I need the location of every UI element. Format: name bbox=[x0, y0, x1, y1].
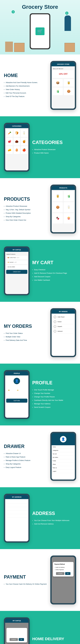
feature-item: Cashback Directly Add Into Your Wallet bbox=[32, 398, 76, 402]
category-card: 🥩 bbox=[6, 138, 13, 146]
feature-item: Attractive Product Showcase bbox=[4, 204, 48, 208]
feature-item: Change Your Profile Picture bbox=[32, 395, 76, 398]
profile-section: PROFILE One Touch Profile Manage Change … bbox=[0, 364, 80, 426]
feature-item: Veg. & Non. Veg. Default Symbol bbox=[4, 208, 48, 211]
feature-item: Edit Your Personal Account. bbox=[4, 91, 48, 95]
feature-item: View Order History. bbox=[4, 88, 48, 91]
feature-list: Easy Checkout Add Or Remove Product On C… bbox=[32, 268, 76, 282]
drawer-item: Logout bbox=[52, 470, 75, 473]
status-label: Dispatch bbox=[57, 326, 62, 327]
checkout-button: CHECK OUT bbox=[6, 270, 27, 274]
order-status-row: ✓Order Placed bbox=[53, 315, 74, 320]
check-icon: ✓ bbox=[54, 320, 56, 323]
delivery-option: ○ Home Delivery bbox=[8, 632, 26, 634]
address-field: Phone bbox=[6, 504, 27, 507]
phone-mockup: MY ADDRESS Name Phone Address City State bbox=[4, 494, 30, 543]
phone-mockup: PROFILE 👤 Rajesh Lakkoju 💳 My Wallet $50… bbox=[4, 370, 30, 419]
category-card: 🍯 bbox=[21, 138, 27, 146]
cart-item: 🍪 Cookie Pack — 1 + bbox=[6, 256, 27, 260]
section-title: HOME bbox=[4, 73, 48, 78]
section-title: CATEGORIES bbox=[32, 140, 76, 145]
hero-title: Grocery Store bbox=[3, 4, 77, 10]
feature-item: Rate & Share App Feature bbox=[4, 455, 48, 459]
category-card: 🍎 bbox=[21, 146, 27, 154]
feature-item: Easy Logout Feature bbox=[4, 466, 48, 469]
category-card: 🥚 bbox=[14, 146, 20, 154]
order-status-row: ✓Packed bbox=[53, 320, 74, 324]
drawer-item: Profile bbox=[52, 459, 75, 463]
address-field: Name bbox=[6, 500, 27, 504]
wallet-icon: 💳 bbox=[8, 390, 13, 391]
bag-illustration bbox=[5, 42, 13, 52]
address-field: Address bbox=[6, 507, 27, 510]
feature-item: One Click Order Check Out bbox=[4, 218, 48, 222]
delivery-option: ○ Take Away bbox=[8, 634, 26, 637]
category-card: 🥛 bbox=[21, 129, 27, 137]
dollar-icon: $ bbox=[12, 10, 15, 14]
app-header: MY ADDRESS bbox=[5, 495, 28, 499]
feature-item: Deal Of The Day Feature. bbox=[4, 95, 48, 98]
order-status-row: ○Delivered bbox=[53, 329, 74, 334]
feature-item: Find Your Order Status bbox=[4, 332, 48, 335]
cart-icon bbox=[35, 28, 45, 35]
drawer-item: My Cart bbox=[52, 452, 75, 456]
feature-item: Attractive Drawer UI bbox=[4, 452, 48, 455]
orders-section: MY ORDERS Find Your Order Status Multipl… bbox=[0, 302, 80, 364]
feature-item: Add And Remove Address bbox=[32, 522, 76, 526]
feature-item: Manage Profile & Orders Feature bbox=[4, 459, 48, 462]
app-header: CATEGORIES bbox=[5, 124, 28, 128]
wallet-toggle: Use My Wallet bbox=[6, 265, 27, 269]
drawer-item: Home bbox=[52, 445, 75, 449]
payment-modal: Payment Method ○ Cash On Delivery ○ Onli… bbox=[53, 562, 73, 576]
feature-item: You Can Choose Cash On Delivery Or Onlin… bbox=[4, 582, 48, 586]
feature-list: Attractive And User-Friendly Home Screen… bbox=[4, 81, 48, 98]
section-title: HOME DELIVERY bbox=[32, 637, 76, 641]
payment-option: ○ Online Payment bbox=[54, 568, 72, 571]
modal-title: Select Delivery Option bbox=[8, 630, 26, 631]
address-field: City bbox=[6, 510, 27, 514]
section-title: PRODUCTS bbox=[4, 196, 48, 202]
app-header: PRODUCTS bbox=[52, 186, 75, 190]
avatar: 👤 bbox=[14, 378, 20, 384]
section-title: DRAWER bbox=[4, 444, 48, 449]
circle-icon: ○ bbox=[54, 330, 56, 332]
feature-item: Multiple Order View bbox=[4, 335, 48, 338]
section-title: MY ORDERS bbox=[4, 324, 48, 329]
deal-label: DEAL OF THE DAY bbox=[53, 67, 74, 70]
coupon-label: Scratch Coupon bbox=[17, 391, 25, 392]
product-card: 🍪 bbox=[53, 202, 63, 212]
phone-mockup: PRODUCTS 🥫 🧃 🍪 🥛 🍫 🍿 bbox=[50, 184, 76, 234]
address-section: ADDRESS You Can Choose From Your Multipl… bbox=[0, 487, 80, 549]
profile-name: Rajesh Lakkoju bbox=[6, 386, 27, 387]
cart-section: MY CART Easy Checkout Add Or Remove Prod… bbox=[0, 240, 80, 302]
app-header: GROCERY STORE bbox=[52, 62, 75, 66]
feature-list: You Can Choose Cash On Delivery Or Onlin… bbox=[4, 582, 48, 586]
feature-item: You Can Choose From Your Multiple Addres… bbox=[32, 519, 76, 522]
delivery-section: HOME DELIVERY You Can Choose Home Delive… bbox=[0, 611, 80, 644]
cart-item: 🥫 Canned — 1 + bbox=[6, 260, 27, 264]
drawer-item: Share bbox=[52, 463, 75, 466]
wallet-label: My Wallet bbox=[8, 391, 13, 392]
ok-button: OK bbox=[65, 572, 70, 575]
feature-list: You Can Choose From Your Multiple Addres… bbox=[32, 519, 76, 526]
category-card: 🍞 bbox=[14, 129, 20, 137]
section-title: MY CART bbox=[32, 260, 76, 265]
box-illustration bbox=[14, 43, 25, 52]
categories-section: CATEGORIES Attractive Product Showcase P… bbox=[0, 116, 80, 178]
feature-item: Send Scratch Coupon bbox=[32, 406, 76, 409]
feature-item: Manage Your Address bbox=[32, 402, 76, 406]
wallet-amount: $50.00 bbox=[8, 392, 13, 394]
product-card: 🧃 bbox=[53, 88, 63, 95]
product-card: 🍫 bbox=[53, 213, 63, 224]
feature-item: Easy Checkout bbox=[32, 268, 76, 272]
feature-item: Add Or Remove Product On Checkout Page bbox=[32, 272, 76, 275]
phone-mockup: GROCERY STORE DEAL OF THE DAY 10% OFF 📦 … bbox=[50, 61, 76, 110]
feature-item: Shop By Categories bbox=[4, 462, 48, 466]
coupon-block: 🎫 Scratch Coupon bbox=[17, 390, 25, 394]
feature-item: Add Discount Coupon bbox=[32, 275, 76, 278]
status-label: Delivered bbox=[57, 331, 62, 332]
drawer-item: Categories bbox=[52, 449, 75, 452]
feature-item: Attractive And User-Friendly Home Screen… bbox=[4, 81, 48, 84]
product-card: 🥫 bbox=[64, 79, 74, 87]
phone-mockup: MY CART(2) Select Delivery Option ○ Home… bbox=[4, 617, 30, 644]
